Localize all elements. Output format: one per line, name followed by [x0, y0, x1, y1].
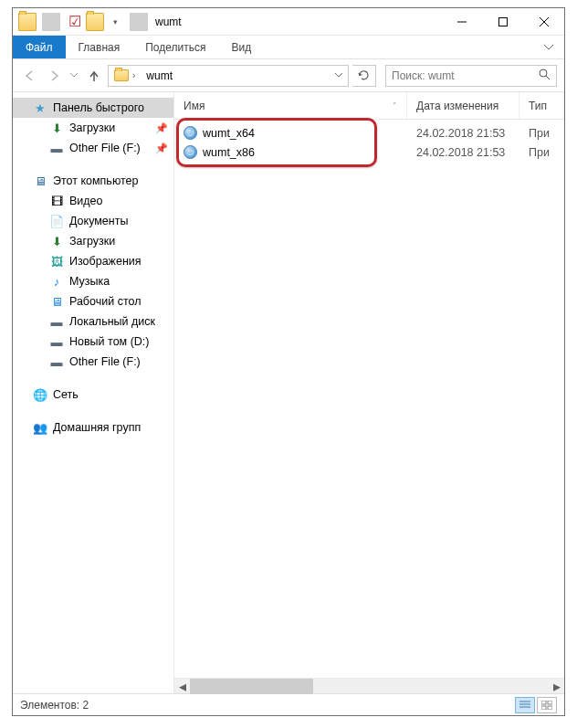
sidebar-item-documents[interactable]: 📄Документы: [13, 211, 173, 231]
svg-rect-10: [541, 701, 546, 704]
column-type[interactable]: Тип: [519, 92, 564, 119]
music-icon: ♪: [49, 274, 64, 289]
view-details-button[interactable]: [515, 697, 535, 713]
sidebar-item-label: Документы: [69, 215, 128, 227]
address-segment[interactable]: wumt: [146, 69, 173, 82]
scroll-left-button[interactable]: ◂: [174, 679, 190, 694]
file-date: 24.02.2018 21:53: [407, 146, 519, 159]
drive-icon: ▬: [49, 314, 64, 329]
download-icon: ⬇: [49, 234, 64, 248]
file-type: При: [519, 127, 550, 140]
file-name: wumt_x86: [203, 146, 255, 159]
minimize-button[interactable]: [441, 8, 482, 35]
tab-file[interactable]: Файл: [13, 36, 66, 58]
qat-properties-icon[interactable]: ☑: [66, 13, 84, 31]
svg-line-6: [546, 76, 550, 79]
desktop-icon: 🖥: [49, 294, 64, 309]
sidebar-item-new-volume[interactable]: ▬Новый том (D:): [13, 332, 173, 352]
network-icon: 🌐: [33, 387, 47, 402]
sidebar-item-downloads[interactable]: ⬇ Загрузки 📌: [13, 118, 173, 138]
search-placeholder: Поиск: wumt: [392, 69, 455, 82]
tab-home[interactable]: Главная: [66, 36, 133, 58]
sidebar-item-label: Изображения: [69, 255, 142, 268]
view-icons-button[interactable]: [537, 697, 557, 713]
window-title: wumt: [152, 16, 441, 28]
sidebar-item-desktop[interactable]: 🖥Рабочий стол: [13, 291, 173, 311]
tab-share[interactable]: Поделиться: [132, 36, 218, 58]
svg-rect-13: [548, 706, 552, 710]
svg-rect-12: [541, 706, 546, 710]
status-bar: Элементов: 2: [13, 693, 564, 715]
search-icon: [539, 69, 551, 83]
app-icon: [184, 145, 197, 159]
back-button[interactable]: [20, 66, 40, 86]
folder-icon: [18, 13, 37, 31]
sidebar-item-label: Музыка: [69, 275, 110, 288]
sidebar-item-label: Панель быстрого: [53, 101, 144, 114]
sidebar-item-other-file2[interactable]: ▬Other File (F:): [13, 352, 173, 372]
list-item[interactable]: wumt_x64 24.02.2018 21:53 При: [174, 123, 564, 142]
sidebar-item-label: Загрузки: [69, 121, 115, 134]
pin-icon: 📌: [155, 122, 168, 134]
close-button[interactable]: [523, 8, 564, 35]
sidebar-item-label: Локальный диск: [69, 315, 155, 328]
scroll-right-button[interactable]: ▸: [549, 679, 564, 694]
sidebar-item-pictures[interactable]: 🖼Изображения: [13, 251, 173, 271]
sidebar-item-music[interactable]: ♪Музыка: [13, 271, 173, 291]
sidebar-item-homegroup[interactable]: 👥Домашняя групп: [13, 417, 173, 438]
sidebar-item-network[interactable]: 🌐Сеть: [13, 385, 173, 405]
search-input[interactable]: Поиск: wumt: [385, 65, 557, 87]
scroll-track[interactable]: [190, 679, 549, 694]
sidebar-item-videos[interactable]: 🎞Видео: [13, 191, 173, 211]
drive-icon: ▬: [49, 354, 64, 369]
svg-rect-11: [548, 701, 552, 704]
sidebar-item-label: Новый том (D:): [69, 335, 150, 348]
status-count: Элементов: 2: [20, 699, 89, 712]
sidebar-item-quick-access[interactable]: ★ Панель быстрого: [13, 98, 173, 118]
tab-view[interactable]: Вид: [218, 36, 264, 58]
column-date[interactable]: Дата изменения: [407, 92, 519, 119]
pc-icon: 🖥: [33, 174, 47, 188]
recent-button[interactable]: [68, 66, 80, 86]
window: ☑ ▾ wumt Файл Главная Поделиться Вид › w…: [12, 7, 565, 716]
sidebar-item-label: Домашняя групп: [53, 421, 141, 434]
star-icon: ★: [33, 100, 47, 115]
forward-button[interactable]: [44, 66, 64, 86]
address-dropdown[interactable]: [330, 73, 348, 78]
svg-rect-1: [498, 17, 507, 26]
scroll-thumb[interactable]: [190, 679, 313, 694]
sidebar-item-other-file[interactable]: ▬ Other File (F:) 📌: [13, 138, 173, 158]
folder-icon: [114, 69, 129, 81]
file-list[interactable]: wumt_x64 24.02.2018 21:53 При wumt_x86 2…: [174, 120, 564, 678]
sidebar-item-label: Other File (F:): [69, 142, 141, 154]
column-name[interactable]: Имя˄: [174, 92, 407, 119]
chevron-right-icon: ›: [132, 70, 135, 80]
up-button[interactable]: [84, 66, 104, 86]
column-headers: Имя˄ Дата изменения Тип: [174, 92, 564, 120]
homegroup-icon: 👥: [33, 420, 47, 435]
doc-icon: 📄: [49, 214, 64, 228]
separator: [130, 13, 148, 31]
horizontal-scrollbar[interactable]: ◂ ▸: [174, 678, 564, 693]
sidebar-item-label: Загрузки: [69, 235, 115, 248]
image-icon: 🖼: [49, 254, 64, 269]
sidebar-item-label: Other File (F:): [69, 355, 141, 368]
navigation-pane[interactable]: ★ Панель быстрого ⬇ Загрузки 📌 ▬ Other F…: [13, 92, 174, 693]
maximize-button[interactable]: [482, 8, 523, 35]
sidebar-item-this-pc[interactable]: 🖥 Этот компьютер: [13, 171, 173, 191]
address-bar[interactable]: › wumt: [108, 65, 349, 87]
sidebar-item-label: Этот компьютер: [53, 174, 138, 187]
video-icon: 🎞: [49, 194, 64, 208]
sidebar-item-local-disk[interactable]: ▬Локальный диск: [13, 311, 173, 332]
qat-dropdown-icon[interactable]: ▾: [106, 13, 124, 31]
refresh-button[interactable]: [352, 65, 376, 87]
qat-folder-icon[interactable]: [86, 13, 104, 31]
sidebar-item-label: Рабочий стол: [69, 295, 141, 308]
sidebar-item-label: Видео: [69, 195, 103, 207]
drive-icon: ▬: [49, 141, 64, 155]
expand-ribbon-button[interactable]: [533, 36, 564, 58]
list-item[interactable]: wumt_x86 24.02.2018 21:53 При: [174, 142, 564, 162]
ribbon-tabs: Файл Главная Поделиться Вид: [13, 36, 564, 59]
sidebar-item-downloads2[interactable]: ⬇Загрузки: [13, 231, 173, 251]
drive-icon: ▬: [49, 334, 64, 349]
